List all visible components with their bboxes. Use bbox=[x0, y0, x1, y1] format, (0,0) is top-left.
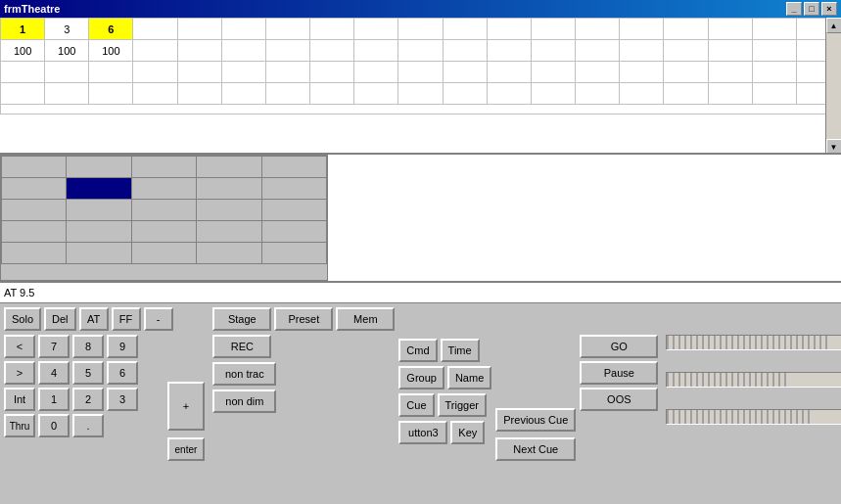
cmd-button[interactable]: Cmd bbox=[398, 339, 437, 362]
grid-cell bbox=[752, 62, 796, 83]
plus-enter-col: + enter bbox=[167, 307, 206, 461]
n9-button[interactable]: 9 bbox=[107, 335, 138, 358]
grid-cell bbox=[265, 40, 309, 62]
preset-cell bbox=[197, 221, 261, 243]
grid-cell bbox=[708, 83, 752, 105]
grid-cell bbox=[708, 19, 752, 40]
preset-cell bbox=[131, 200, 196, 221]
grid-cell bbox=[133, 19, 177, 40]
right-display-area bbox=[328, 155, 841, 281]
n5-button[interactable]: 5 bbox=[72, 361, 104, 385]
next-cue-button[interactable]: Next Cue bbox=[495, 437, 576, 461]
del-button[interactable]: Del bbox=[44, 307, 76, 331]
n2-button[interactable]: 2 bbox=[72, 388, 104, 411]
preset-grid bbox=[1, 156, 327, 264]
scroll-up-button[interactable]: ▲ bbox=[826, 18, 842, 33]
rec-button[interactable]: REC bbox=[212, 335, 271, 358]
scroll-down-button[interactable]: ▼ bbox=[826, 139, 842, 155]
cue-button[interactable]: Cue bbox=[398, 393, 434, 417]
grid-cell bbox=[752, 40, 796, 62]
non-track-button[interactable]: non trac bbox=[212, 362, 276, 386]
grid-cell bbox=[310, 40, 354, 62]
dot-button[interactable]: . bbox=[72, 414, 104, 437]
title-bar: frmTheatre _ □ × bbox=[0, 0, 841, 18]
preset-row-2 bbox=[2, 178, 327, 200]
spacer2 bbox=[666, 356, 841, 366]
scroll-track bbox=[826, 33, 842, 139]
grid-row-2: 100 100 100 bbox=[1, 40, 841, 62]
stage-col: Stage Preset Mem REC non trac non dim bbox=[212, 307, 395, 461]
title-bar-controls: _ □ × bbox=[786, 2, 837, 16]
previous-cue-button[interactable]: Previous Cue bbox=[495, 408, 576, 432]
grid-cell bbox=[265, 19, 309, 40]
control-panel: Solo Del AT FF - < 7 8 9 > 4 5 6 Int 1 2… bbox=[0, 303, 841, 465]
grid-cell bbox=[398, 40, 443, 62]
grid-cell: 6 bbox=[89, 19, 133, 40]
grid-cell bbox=[89, 83, 133, 105]
grid-cell bbox=[487, 62, 531, 83]
grid-cell bbox=[531, 62, 575, 83]
n8-button[interactable]: 8 bbox=[72, 335, 104, 358]
restore-button[interactable]: □ bbox=[804, 2, 819, 16]
grid-cell bbox=[708, 62, 752, 83]
grid-cell bbox=[664, 19, 708, 40]
n4-button[interactable]: 4 bbox=[38, 361, 70, 385]
button3-button[interactable]: utton3 bbox=[398, 421, 447, 444]
cmd-col: Cmd Time Group Name Cue Trigger utton3 K… bbox=[398, 307, 491, 461]
name-button[interactable]: Name bbox=[447, 366, 491, 389]
n1-button[interactable]: 1 bbox=[38, 388, 70, 411]
n7-button[interactable]: 7 bbox=[38, 335, 70, 358]
close-button[interactable]: × bbox=[821, 2, 837, 16]
pause-button[interactable]: Pause bbox=[580, 361, 658, 385]
n0-button[interactable]: 0 bbox=[38, 414, 70, 437]
preset-cell bbox=[131, 221, 196, 243]
ff-button[interactable]: FF bbox=[112, 307, 141, 331]
grid-row-5 bbox=[1, 105, 841, 115]
grid-cell bbox=[620, 19, 664, 40]
grid-cell bbox=[221, 19, 265, 40]
grid-cell bbox=[221, 62, 265, 83]
thru-button[interactable]: Thru bbox=[4, 414, 35, 437]
progress-bar-1 bbox=[666, 335, 841, 350]
preset-cell bbox=[131, 243, 196, 264]
preset-cell bbox=[2, 221, 67, 243]
trigger-button[interactable]: Trigger bbox=[438, 393, 487, 417]
status-text: AT 9.5 bbox=[4, 287, 34, 298]
minimize-button[interactable]: _ bbox=[786, 2, 802, 16]
at-button[interactable]: AT bbox=[79, 307, 109, 331]
n3-button[interactable]: 3 bbox=[107, 388, 138, 411]
non-dim-button[interactable]: non dim bbox=[212, 389, 276, 413]
spacer bbox=[398, 307, 491, 335]
preset-cell bbox=[2, 243, 67, 264]
grid-cell bbox=[531, 19, 575, 40]
key-button[interactable]: Key bbox=[450, 421, 485, 444]
grid-cell bbox=[1, 105, 841, 115]
grid-cell bbox=[487, 19, 531, 40]
grid-cell bbox=[398, 62, 443, 83]
preset-cell bbox=[261, 200, 326, 221]
grid-cell bbox=[1, 83, 45, 105]
oos-button[interactable]: OOS bbox=[580, 388, 658, 411]
progress-fill-1 bbox=[667, 336, 829, 349]
go-button[interactable]: GO bbox=[580, 335, 658, 358]
greater-button[interactable]: > bbox=[4, 361, 35, 385]
grid-cell: 100 bbox=[45, 40, 89, 62]
solo-button[interactable]: Solo bbox=[4, 307, 41, 331]
int-button[interactable]: Int bbox=[4, 388, 35, 411]
enter-button[interactable]: enter bbox=[167, 437, 206, 461]
preset-button[interactable]: Preset bbox=[274, 307, 333, 331]
less-button[interactable]: < bbox=[4, 335, 35, 358]
plus-button[interactable]: + bbox=[167, 382, 206, 431]
preset-cell bbox=[197, 200, 261, 221]
time-button[interactable]: Time bbox=[441, 339, 480, 362]
group-name-row: Group Name bbox=[398, 366, 491, 389]
grid-cell bbox=[664, 40, 708, 62]
grid-row-4 bbox=[1, 83, 841, 105]
grid-cell bbox=[177, 83, 221, 105]
n6-button[interactable]: 6 bbox=[107, 361, 138, 385]
stage-button[interactable]: Stage bbox=[212, 307, 271, 331]
grid-cell bbox=[354, 83, 398, 105]
group-button[interactable]: Group bbox=[398, 366, 444, 389]
mem-button[interactable]: Mem bbox=[336, 307, 395, 331]
grid-row-1: 1 3 6 bbox=[1, 19, 841, 40]
